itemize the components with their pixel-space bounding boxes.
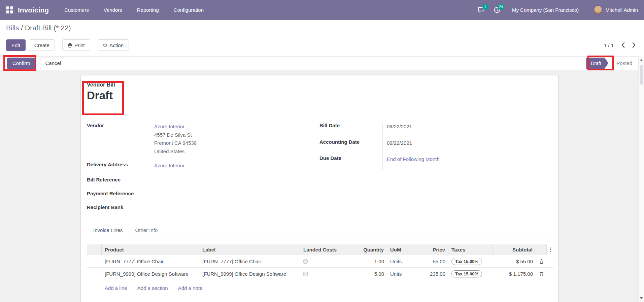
app-name[interactable]: Invoicing (18, 6, 49, 14)
pager: 1 / 1 (604, 42, 636, 48)
landed-costs-checkbox[interactable] (303, 259, 308, 264)
bill-date-label: Bill Date (319, 123, 382, 131)
control-panel: Edit Create Print ⚙ Action 1 / 1 (6, 39, 636, 51)
notebook-tabs: Invoice Lines Other Info (87, 224, 553, 236)
nav-configuration[interactable]: Configuration (174, 7, 204, 13)
row-product[interactable]: [FURN_9999] Office Design Software (102, 268, 199, 280)
field-recipient-bank: Recipient Bank (87, 204, 302, 211)
landed-costs-checkbox[interactable] (303, 272, 308, 276)
cancel-button[interactable]: Cancel (40, 58, 67, 69)
breadcrumb-current: Draft Bill (* 22) (25, 24, 71, 32)
trash-icon (539, 271, 544, 276)
vertical-scrollbar[interactable] (638, 56, 644, 302)
scroll-up-arrow-icon[interactable] (640, 59, 643, 61)
payment-reference-value[interactable] (150, 191, 154, 198)
status-posted[interactable]: Posted (616, 60, 632, 66)
tab-invoice-lines[interactable]: Invoice Lines (87, 224, 129, 236)
bill-reference-value[interactable] (150, 177, 154, 184)
action-button[interactable]: ⚙ Action (98, 39, 129, 51)
main-menus: Customers Vendors Reporting Configuratio… (64, 7, 204, 13)
delete-line-button[interactable] (539, 271, 544, 276)
tab-other-info[interactable]: Other Info (129, 224, 164, 236)
user-name: Mitchell Admin (605, 7, 638, 13)
chevron-left-icon (621, 42, 625, 48)
subtotal-column-header[interactable]: Subtotal (493, 244, 536, 255)
scrollbar-thumb[interactable] (640, 65, 643, 85)
create-button[interactable]: Create (29, 39, 55, 51)
uom-column-header[interactable]: UoM (387, 244, 406, 255)
row-price[interactable]: 55.00 (406, 255, 448, 267)
row-quantity[interactable]: 1.00 (349, 255, 387, 267)
optional-columns-header[interactable] (547, 244, 553, 255)
activities-button[interactable]: 24 (494, 6, 501, 13)
row-subtotal: $ 55.00 (493, 255, 536, 267)
price-column-header[interactable]: Price (406, 244, 448, 255)
delete-line-button[interactable] (539, 259, 544, 264)
row-quantity[interactable]: 5.00 (349, 268, 387, 280)
label-column-header[interactable]: Label (199, 244, 300, 255)
vendor-label: Vendor (87, 123, 150, 156)
fields-right-group: Bill Date 09/22/2021 Accounting Date 09/… (319, 123, 528, 172)
nav-customers[interactable]: Customers (64, 7, 89, 13)
row-subtotal: $ 1,175.00 (493, 268, 536, 280)
field-delivery-address: Delivery Address Azure Interior (87, 162, 302, 170)
messages-badge: 4 (482, 4, 488, 10)
scroll-down-arrow-icon[interactable] (640, 297, 643, 299)
apps-grid-icon[interactable] (6, 6, 13, 13)
delivery-address-label: Delivery Address (87, 162, 150, 170)
status-draft[interactable]: Draft (586, 58, 608, 69)
row-label[interactable]: [FURN_7777] Office Chair (199, 255, 300, 267)
user-menu[interactable]: Mitchell Admin (594, 5, 638, 14)
invoicing-app-screen: Invoicing Customers Vendors Reporting Co… (0, 0, 644, 302)
form-statusbar: Confirm Cancel Draft Posted (0, 56, 638, 70)
add-a-section-link[interactable]: Add a section (137, 285, 168, 291)
row-handle[interactable] (87, 255, 102, 267)
nav-vendors[interactable]: Vendors (104, 7, 122, 13)
taxes-column-header[interactable]: Taxes (448, 244, 493, 255)
confirm-button[interactable]: Confirm (7, 58, 36, 69)
due-date-terms-link[interactable]: End of Following Month (387, 156, 440, 162)
form-view-background: Vendor Bill Draft Vendor Azure Interior … (0, 70, 638, 302)
add-a-note-link[interactable]: Add a note (178, 285, 203, 291)
product-column-header[interactable]: Product (102, 244, 199, 255)
nav-reporting[interactable]: Reporting (137, 7, 159, 13)
company-switcher[interactable]: My Company (San Francisco) (512, 7, 579, 13)
quantity-column-header[interactable]: Quantity (349, 244, 387, 255)
add-a-line-link[interactable]: Add a line (105, 285, 127, 291)
pager-previous-button[interactable] (621, 42, 625, 48)
row-uom[interactable]: Units (387, 268, 406, 280)
pager-counter: 1 / 1 (604, 42, 614, 48)
printer-icon (68, 43, 72, 47)
handle-column-header (87, 244, 102, 255)
invoice-line-row-2: [FURN_9999] Office Design Software [FURN… (87, 268, 553, 280)
edit-button[interactable]: Edit (6, 39, 26, 51)
messages-button[interactable]: 4 (478, 6, 485, 13)
print-button[interactable]: Print (62, 39, 90, 51)
vendor-country: United States (154, 148, 184, 154)
landed-costs-column-header[interactable]: Landed Costs (300, 244, 349, 255)
bill-date-value[interactable]: 09/22/2021 (382, 123, 412, 131)
bill-sheet: Vendor Bill Draft Vendor Azure Interior … (80, 75, 558, 302)
breadcrumb: Bills / Draft Bill (* 22) (6, 24, 71, 32)
row-product[interactable]: [FURN_7777] Office Chair (102, 255, 199, 267)
vendor-city: Fremont CA 94538 (154, 140, 197, 146)
row-price[interactable]: 235.00 (406, 268, 448, 280)
row-label[interactable]: [FURN_9999] Office Design Software (199, 268, 300, 280)
field-separator-line (382, 124, 383, 170)
delivery-address-link[interactable]: Azure Interior (154, 163, 184, 168)
field-due-date: Due Date End of Following Month (319, 155, 528, 164)
pager-next-button[interactable] (632, 42, 636, 48)
gear-icon: ⚙ (103, 43, 107, 47)
accounting-date-value[interactable]: 09/22/2021 (382, 139, 412, 147)
invoice-lines-table: Product Label Landed Costs Quantity UoM … (87, 244, 553, 291)
row-uom[interactable]: Units (387, 255, 406, 267)
vendor-link[interactable]: Azure Interior (154, 124, 184, 129)
fields-left-group: Vendor Azure Interior 4557 De Silva St F… (87, 123, 302, 218)
breadcrumb-bills-link[interactable]: Bills (6, 24, 19, 32)
tax-pill[interactable]: Tax 15.00% (451, 270, 482, 277)
field-accounting-date: Accounting Date 09/22/2021 (319, 139, 528, 147)
recipient-bank-value[interactable] (150, 204, 154, 211)
row-handle[interactable] (87, 268, 102, 280)
navbar-systray: 4 24 My Company (San Francisco) Mitchell… (478, 5, 638, 14)
tax-pill[interactable]: Tax 15.00% (451, 258, 482, 265)
